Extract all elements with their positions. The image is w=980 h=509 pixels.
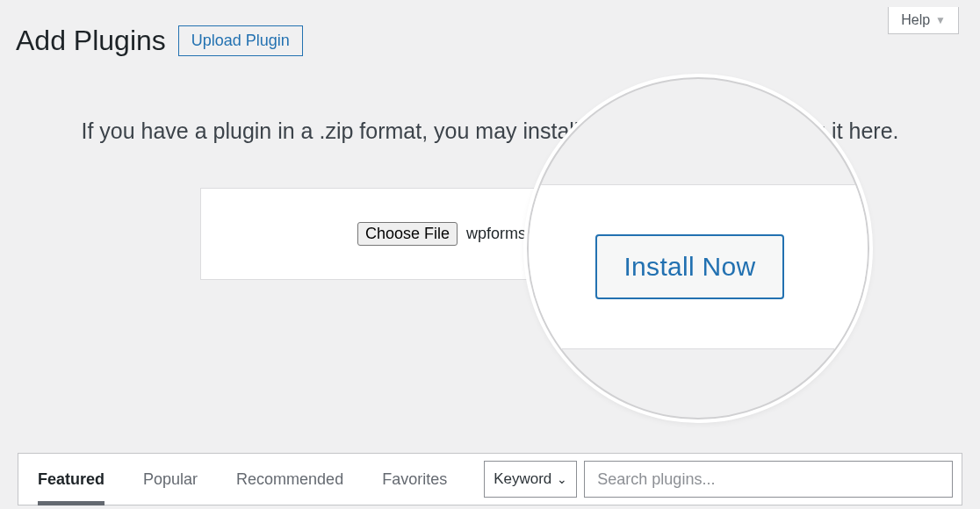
tab-popular[interactable]: Popular	[124, 454, 217, 505]
filter-tabs: Featured Popular Recommended Favorites	[18, 454, 466, 505]
page-title: Add Plugins	[16, 25, 166, 57]
tab-favorites[interactable]: Favorites	[363, 454, 466, 505]
tab-featured[interactable]: Featured	[18, 454, 124, 505]
page-heading-row: Add Plugins Upload Plugin	[0, 0, 980, 66]
plugin-filter-bar: Featured Popular Recommended Favorites K…	[18, 453, 962, 505]
chevron-down-icon: ▼	[935, 14, 946, 26]
search-plugins-input[interactable]	[584, 461, 953, 498]
chevron-down-icon: ⌄	[557, 472, 567, 486]
help-label: Help	[901, 12, 930, 28]
zoom-lens: Install Now	[527, 77, 869, 419]
tab-recommended[interactable]: Recommended	[217, 454, 363, 505]
help-tab[interactable]: Help ▼	[888, 7, 959, 34]
zoom-lens-content: Install Now	[527, 184, 868, 349]
upload-plugin-button[interactable]: Upload Plugin	[178, 25, 303, 56]
install-now-button[interactable]: Install Now	[595, 234, 783, 299]
choose-file-button[interactable]: Choose File	[357, 222, 458, 246]
search-type-label: Keyword	[494, 470, 551, 488]
search-type-select[interactable]: Keyword ⌄	[484, 461, 577, 498]
